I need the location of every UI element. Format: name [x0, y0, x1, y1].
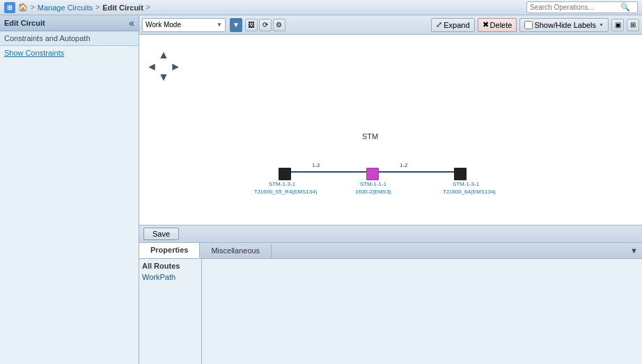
routes-label: All Routes	[142, 262, 198, 270]
main-layout: Edit Circuit « Constraints and Autopath …	[0, 15, 642, 364]
mode-dropdown-btn[interactable]: ▼	[230, 18, 242, 32]
show-hide-labels-btn[interactable]: Show/Hide Labels ▼	[519, 18, 609, 32]
pan-left[interactable]: ◄	[146, 61, 157, 73]
pan-controls: ▲ ▼ ◄ ►	[146, 49, 181, 84]
breadcrumb-sep2: >	[95, 3, 100, 11]
routes-panel: All Routes WorkPath	[139, 259, 202, 364]
tab-arrow[interactable]: ▼	[626, 244, 642, 257]
breadcrumb-sep3: >	[146, 3, 150, 11]
expand-btn[interactable]: ⤢ Expand	[431, 18, 474, 32]
link-label-2: 1-2	[400, 162, 408, 168]
save-btn[interactable]: Save	[143, 228, 179, 240]
bottom-content: All Routes WorkPath	[139, 259, 642, 364]
stm-label: STM	[362, 132, 378, 141]
sidebar: Edit Circuit « Constraints and Autopath …	[0, 15, 139, 364]
view-btn-2[interactable]: ⊞	[627, 19, 639, 31]
delete-btn[interactable]: ✖ Delete	[478, 18, 517, 32]
show-constraints-link[interactable]: Show Constraints	[0, 46, 139, 60]
tab-properties[interactable]: Properties	[139, 243, 200, 258]
circuit-line-right	[379, 171, 454, 173]
node-center-ems-label: 1600-2(EMS3)	[345, 189, 401, 195]
breadcrumb-home[interactable]: 🏠	[18, 3, 28, 12]
breadcrumb-sep1: >	[31, 3, 35, 11]
node-left-port-label: STM-1-3-1	[258, 181, 306, 187]
node-left	[279, 168, 291, 180]
link-label-1: 1-2	[312, 162, 320, 168]
search-bar: 🔍	[526, 1, 638, 13]
search-icon[interactable]: 🔍	[620, 3, 630, 12]
breadcrumb-manage[interactable]: Manage Circuits	[38, 3, 93, 12]
delete-icon: ✖	[483, 20, 489, 29]
expand-icon: ⤢	[436, 20, 442, 29]
mode-select[interactable]: Work Mode ▼	[142, 18, 226, 32]
pan-up[interactable]: ▲	[158, 49, 169, 61]
circuit-line-left	[291, 171, 366, 173]
save-bar: Save	[139, 225, 642, 243]
content-area: Work Mode ▼ ▼ 🖼 ⟳ ⚙ ⤢ Expand ✖ Delete Sh…	[139, 15, 642, 364]
mode-select-text: Work Mode	[146, 21, 217, 29]
tabs-bar: Properties Miscellaneous ▼	[139, 243, 642, 259]
sidebar-header: Edit Circuit «	[0, 15, 139, 31]
node-right	[454, 168, 467, 180]
tab-miscellaneous[interactable]: Miscellaneous	[200, 244, 272, 258]
search-input[interactable]	[530, 3, 620, 11]
node-right-ems-label: TJ1600_64(EMS134)	[434, 189, 504, 195]
mode-select-arrow: ▼	[217, 22, 222, 28]
toolbar-icon-1[interactable]: 🖼	[245, 19, 258, 31]
node-left-ems-label: TJ1600_65_R4(EMS134)	[251, 189, 320, 195]
canvas-toolbar: Work Mode ▼ ▼ 🖼 ⟳ ⚙ ⤢ Expand ✖ Delete Sh…	[139, 15, 642, 35]
node-right-port-label: STM-1-3-1	[441, 181, 490, 187]
bottom-area: Save Properties Miscellaneous ▼ All Rout…	[139, 225, 642, 364]
breadcrumb: 🏠 > Manage Circuits > Edit Circuit >	[18, 3, 150, 12]
top-bar: ⊞ 🏠 > Manage Circuits > Edit Circuit > 🔍	[0, 0, 642, 15]
node-center-port-label: STM-1-1-1	[352, 181, 394, 187]
show-hide-checkbox[interactable]	[524, 21, 533, 29]
circuit-diagram: STM-1-3-1 TJ1600_65_R4(EMS134) 1-2 STM-1…	[258, 166, 571, 214]
view-btn-1[interactable]: ▣	[611, 19, 624, 31]
pan-right[interactable]: ►	[170, 61, 181, 73]
toolbar-icon-3[interactable]: ⚙	[273, 19, 285, 31]
routes-workpath[interactable]: WorkPath	[142, 273, 198, 281]
show-hide-arrow: ▼	[599, 22, 604, 27]
sidebar-section-constraints: Constraints and Autopath	[0, 31, 139, 46]
sidebar-title: Edit Circuit	[4, 19, 45, 27]
sidebar-collapse-btn[interactable]: «	[129, 18, 134, 28]
toolbar-icons: 🖼 ⟳ ⚙	[245, 19, 285, 31]
node-center[interactable]	[366, 168, 379, 180]
canvas-area[interactable]: ▲ ▼ ◄ ► STM STM-1-3-1 TJ1600_65_R4(EMS13…	[139, 35, 642, 225]
toolbar-icon-2[interactable]: ⟳	[259, 19, 272, 31]
breadcrumb-edit: Edit Circuit	[102, 3, 143, 12]
app-icon: ⊞	[4, 2, 15, 13]
pan-down[interactable]: ▼	[158, 71, 169, 84]
